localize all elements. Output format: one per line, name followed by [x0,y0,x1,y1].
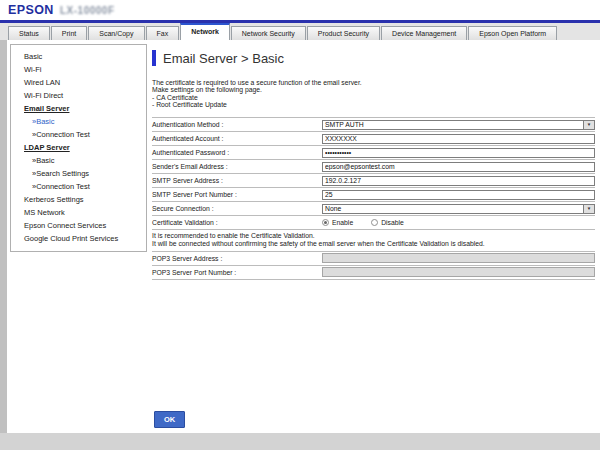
field-label: Authentication Method : [152,121,322,128]
intro-line: Make settings on the following page. [152,86,595,93]
certificate-validation-disable-radio[interactable] [371,219,378,226]
dropdown-arrow-icon[interactable]: ▼ [583,121,594,129]
field-label: POP3 Server Address : [152,255,322,262]
sidebar-item-google-cloud-print-services[interactable]: Google Cloud Print Services [11,232,146,245]
radio-label: Disable [381,219,404,226]
printer-model-text: LX-10000F [60,5,115,16]
sidebar-item-epson-connect-services[interactable]: Epson Connect Services [11,219,146,232]
tab-status[interactable]: Status [8,26,50,40]
note-line: It will be connected without confirming … [152,240,595,248]
field-label: SMTP Server Address : [152,177,322,184]
settings-form: Authentication Method : SMTP AUTH ▼ Auth… [152,117,595,280]
form-row-authenticated-account: Authenticated Account : [152,131,595,145]
form-row-authenticated-password: Authenticated Password : [152,145,595,159]
sidebar-item-email-connection-test[interactable]: »Connection Test [11,128,146,141]
left-edge-strip [0,40,7,433]
header: EPSON LX-10000F [0,0,600,21]
sidebar-item-ldap-search-settings[interactable]: »Search Settings [11,167,146,180]
sidebar-section-email-server[interactable]: Email Server [11,102,146,115]
sidebar-item-wifi-direct[interactable]: Wi-Fi Direct [11,89,146,102]
form-row-certificate-validation: Certificate Validation : Enable Disable [152,215,595,229]
sidebar-item-ldap-basic[interactable]: »Basic [11,154,146,167]
tab-product-security[interactable]: Product Security [307,26,380,40]
bottom-edge-strip [0,433,600,450]
form-row-authentication-method: Authentication Method : SMTP AUTH ▼ [152,117,595,131]
sidebar-nav: Basic Wi-Fi Wired LAN Wi-Fi Direct Email… [10,44,147,252]
sidebar-item-wired-lan[interactable]: Wired LAN [11,76,146,89]
sidebar-section-ldap-server[interactable]: LDAP Server [11,141,146,154]
field-label: Certificate Validation : [152,219,322,226]
intro-line: - CA Certificate [152,94,595,101]
pop3-server-address-input [322,253,595,263]
form-row-smtp-port: SMTP Server Port Number : [152,187,595,201]
authentication-method-select[interactable]: SMTP AUTH ▼ [322,120,595,130]
field-label: SMTP Server Port Number : [152,191,322,198]
field-label: Authenticated Account : [152,135,322,142]
radio-label: Enable [332,219,353,226]
tab-fax[interactable]: Fax [146,26,180,40]
smtp-server-address-input[interactable] [322,176,595,186]
tab-print[interactable]: Print [51,26,87,40]
form-row-pop3-port: POP3 Server Port Number : [152,265,595,279]
intro-line: The certificate is required to use a sec… [152,79,595,86]
secure-connection-select[interactable]: None ▼ [322,204,595,214]
authenticated-account-input[interactable] [322,134,595,144]
sidebar-item-wifi[interactable]: Wi-Fi [11,63,146,76]
certificate-validation-enable-radio[interactable] [322,219,329,226]
sidebar-item-email-basic[interactable]: »Basic [11,115,146,128]
intro-text: The certificate is required to use a sec… [152,79,595,108]
select-value: None [323,205,583,213]
field-label: Secure Connection : [152,205,322,212]
intro-line: - Root Certificate Update [152,101,595,108]
sidebar-item-ms-network[interactable]: MS Network [11,206,146,219]
authenticated-password-input[interactable] [322,148,595,158]
top-tab-bar: Status Print Scan/Copy Fax Network Netwo… [0,23,600,40]
sidebar-item-ldap-connection-test[interactable]: »Connection Test [11,180,146,193]
tab-epson-open-platform[interactable]: Epson Open Platform [468,26,557,40]
pop3-port-input [322,267,595,277]
note-line: It is recommended to enable the Certific… [152,232,595,240]
form-row-secure-connection: Secure Connection : None ▼ [152,201,595,215]
field-label: POP3 Server Port Number : [152,269,322,276]
form-row-smtp-server-address: SMTP Server Address : [152,173,595,187]
tab-network-security[interactable]: Network Security [231,26,306,40]
page-title: Email Server > Basic [163,51,284,66]
sidebar-item-kerberos-settings[interactable]: Kerberos Settings [11,193,146,206]
dropdown-arrow-icon[interactable]: ▼ [583,205,594,213]
ok-button[interactable]: OK [154,411,185,428]
certificate-validation-note: It is recommended to enable the Certific… [152,229,595,251]
field-label: Authenticated Password : [152,149,322,156]
sidebar-item-basic[interactable]: Basic [11,50,146,63]
field-label: Sender's Email Address : [152,163,322,170]
epson-logo: EPSON [8,3,54,17]
select-value: SMTP AUTH [323,121,583,129]
title-accent-bar [152,50,156,66]
form-row-pop3-server-address: POP3 Server Address : [152,251,595,265]
epson-web-config-window: EPSON LX-10000F Status Print Scan/Copy F… [0,0,600,450]
tab-network[interactable]: Network [180,23,230,40]
page-title-row: Email Server > Basic [152,50,595,66]
form-row-sender-email: Sender's Email Address : [152,159,595,173]
smtp-port-input[interactable] [322,190,595,200]
tab-scan-copy[interactable]: Scan/Copy [88,26,144,40]
tab-device-management[interactable]: Device Management [381,26,467,40]
main-content: Email Server > Basic The certificate is … [152,50,595,280]
sender-email-input[interactable] [322,162,595,172]
